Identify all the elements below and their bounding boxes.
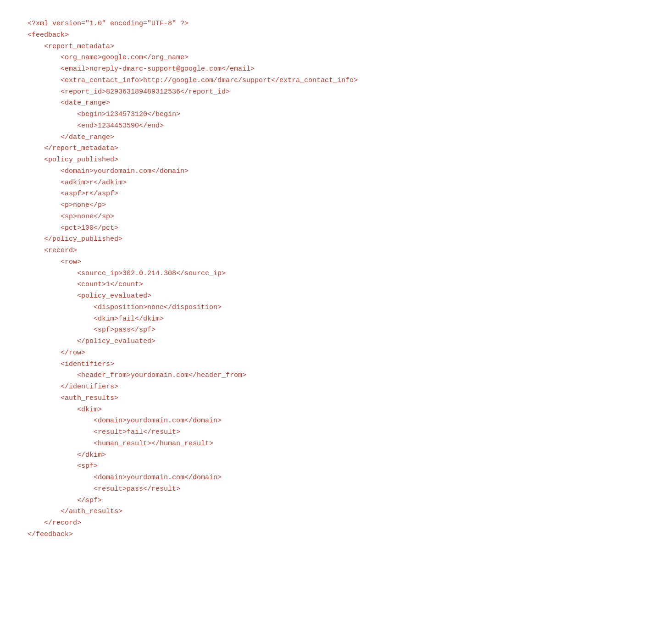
xml-line: <email>noreply-dmarc-support@google.com<… xyxy=(28,65,255,73)
xml-line: <spf>pass</spf> xyxy=(28,326,156,334)
xml-line: </row> xyxy=(28,349,85,357)
xml-line: <feedback> xyxy=(28,31,69,39)
xml-line: </feedback> xyxy=(28,531,73,538)
xml-line: <identifiers> xyxy=(28,360,114,368)
xml-line: </spf> xyxy=(28,497,102,504)
xml-line: </record> xyxy=(28,519,81,527)
xml-line: <dkim> xyxy=(28,406,102,414)
xml-line: <result>fail</result> xyxy=(28,428,180,436)
xml-viewer: <?xml version="1.0" encoding="UTF-8" ?> … xyxy=(28,18,644,541)
xml-line: </dkim> xyxy=(28,451,106,459)
xml-line: </identifiers> xyxy=(28,383,118,391)
xml-line: <header_from>yourdomain.com</header_from… xyxy=(28,371,246,379)
xml-line: <source_ip>302.0.214.308</source_ip> xyxy=(28,270,226,277)
xml-line: <result>pass</result> xyxy=(28,485,180,493)
xml-line: <org_name>google.com</org_name> xyxy=(28,54,189,61)
xml-line: <row> xyxy=(28,258,81,266)
xml-line: <date_range> xyxy=(28,99,110,107)
xml-line: <human_result></human_result> xyxy=(28,440,213,448)
xml-line: <domain>yourdomain.com</domain> xyxy=(28,417,222,425)
xml-line: <dkim>fail</dkim> xyxy=(28,315,164,323)
xml-line: <report_metadata> xyxy=(28,43,114,50)
xml-line: <policy_published> xyxy=(28,156,118,164)
xml-line: <disposition>none</disposition> xyxy=(28,304,222,311)
xml-line: <adkim>r</adkim> xyxy=(28,179,127,187)
xml-line: <policy_evaluated> xyxy=(28,292,151,300)
xml-line: </date_range> xyxy=(28,133,114,141)
xml-line: <count>1</count> xyxy=(28,281,143,288)
xml-line: <report_id>829363189489312536</report_id… xyxy=(28,88,230,96)
xml-line: <spf> xyxy=(28,462,98,470)
xml-line: <domain>yourdomain.com</domain> xyxy=(28,167,189,175)
xml-line: <end>1234453590</end> xyxy=(28,122,164,130)
xml-line: </auth_results> xyxy=(28,508,122,515)
xml-line: </policy_published> xyxy=(28,235,122,243)
xml-declaration: <?xml version="1.0" encoding="UTF-8" ?> xyxy=(28,20,189,28)
xml-line: </report_metadata> xyxy=(28,144,118,152)
xml-line: <record> xyxy=(28,247,77,254)
xml-line: <aspf>r</aspf> xyxy=(28,190,118,198)
xml-line: <domain>yourdomain.com</domain> xyxy=(28,474,222,481)
xml-line: <extra_contact_info>http://google.com/dm… xyxy=(28,77,358,84)
xml-line: <begin>1234573120</begin> xyxy=(28,111,180,118)
xml-line: </policy_evaluated> xyxy=(28,337,156,345)
xml-line: <sp>none</sp> xyxy=(28,213,114,221)
xml-line: <pct>100</pct> xyxy=(28,224,118,232)
xml-line: <p>none</p> xyxy=(28,201,106,209)
xml-line: <auth_results> xyxy=(28,394,118,402)
